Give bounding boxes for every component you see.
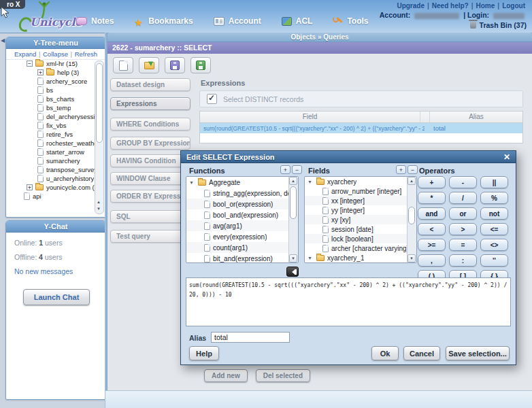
header-link-need-help[interactable]: Need help? (432, 2, 469, 10)
fields-scrollbar-thumb[interactable] (408, 207, 415, 224)
operator-button-[interactable]: , (418, 254, 446, 267)
function-item-bool-or-expression[interactable]: bool_or(expression) (186, 199, 298, 209)
tab-dataset-design[interactable]: Dataset design (110, 78, 190, 91)
toggle-plus-icon[interactable]: + (37, 69, 44, 75)
tree-scrollbar[interactable]: ▲ ▼ (95, 61, 104, 214)
operator-button-[interactable]: + (418, 176, 446, 188)
operator-button-and[interactable]: and (418, 207, 446, 220)
tree-scroll-up-icon[interactable]: ▲ (96, 199, 101, 205)
operator-button-[interactable]: '' (480, 254, 508, 267)
save-as-button[interactable] (190, 57, 211, 73)
launch-chat-button[interactable]: Launch Chat (23, 289, 90, 305)
tab-group-by-expressions[interactable]: GROUP BY Expressions (110, 137, 190, 150)
tree-item-bs[interactable]: bs (6, 86, 95, 95)
functions-expand-button[interactable]: + (280, 165, 290, 174)
function-item-bit-and-expression[interactable]: bit_and(expression) (186, 253, 298, 263)
field-item-session-date[interactable]: session [date] (305, 224, 416, 234)
ok-button[interactable]: Ok (371, 346, 399, 360)
dialog-title-bar[interactable]: Edit SELECT Expression ✕ (181, 151, 516, 163)
operator-button-[interactable]: <= (480, 223, 508, 235)
tab-sql[interactable]: SQL (110, 210, 190, 223)
field-item-arrow-number-integer[interactable]: arrow_number [integer] (305, 186, 416, 196)
field-item-yy-integer[interactable]: yy [integer] (305, 205, 416, 215)
operator-button-[interactable]: = (449, 239, 477, 251)
field-item-lock-boolean[interactable]: lock [boolean] (305, 234, 416, 243)
operator-button-[interactable]: < (418, 223, 446, 235)
distinct-checkbox[interactable] (207, 94, 217, 104)
field-folder[interactable]: ▼xyarchery (305, 177, 416, 186)
operator-button-[interactable]: <> (480, 239, 508, 251)
function-item-every-expression[interactable]: every(expression) (186, 231, 298, 242)
function-item-count-arg1[interactable]: count(arg1) (186, 242, 298, 253)
backspace-icon[interactable] (286, 267, 299, 277)
sidebar-collapse-icon[interactable]: ◀ (1, 37, 5, 44)
new-button[interactable] (113, 57, 133, 73)
save-selection-button[interactable]: Save selection... (446, 346, 510, 360)
alias-input[interactable] (211, 332, 290, 343)
tree-item-younicycle-com-4[interactable]: +younicycle.com (4) (6, 183, 95, 192)
tree-item-rochester-weather[interactable]: rochester_weather (6, 139, 95, 148)
toggle-minus-icon[interactable]: − (27, 61, 33, 67)
fields-collapse-button[interactable]: − (408, 165, 418, 174)
operator-button-[interactable]: - (449, 176, 477, 188)
operator-button-or[interactable]: or (449, 207, 477, 220)
tree-item-help-3[interactable]: +help (3) (6, 68, 95, 77)
header-link-home[interactable]: Home (476, 2, 495, 10)
add-new-button[interactable]: Add new (204, 369, 248, 382)
tab-order-by-expressions[interactable]: ORDER BY Expressions (110, 190, 190, 203)
field-item-xx-integer[interactable]: xx [integer] (305, 196, 416, 205)
function-item-string-agg-expression-delimiter[interactable]: string_agg(expression, delimiter) (186, 188, 298, 199)
tree-item-sumarchery[interactable]: sumarchery (6, 156, 95, 165)
expression-textarea[interactable]: sum(round(GREATEST(10.5 - sqrt((("xyarch… (186, 277, 511, 326)
operator-button-[interactable]: % (480, 192, 508, 204)
scroll-up-icon[interactable]: ▲ (289, 177, 297, 185)
operator-button-[interactable]: || (480, 176, 508, 188)
operator-button-[interactable]: : (449, 254, 477, 267)
tree-item-retire-fvs[interactable]: retire_fvs (6, 130, 95, 139)
function-item-avg-arg1[interactable]: avg(arg1) (186, 220, 298, 231)
tab-window-clause[interactable]: WINDOW Clause (110, 172, 190, 185)
open-button[interactable] (139, 57, 159, 73)
tree-action-refresh[interactable]: Refresh (75, 50, 97, 58)
nav-tools[interactable]: Tools (333, 16, 368, 26)
nav-acl[interactable]: ACL (282, 16, 313, 26)
tree-scroll-down-icon[interactable]: ▼ (96, 206, 101, 212)
trash-bin-link[interactable]: Trash Bin (37) (380, 21, 527, 29)
nav-bookmarks[interactable]: Bookmarks (134, 16, 193, 26)
scroll-down-icon[interactable]: ▼ (408, 254, 416, 262)
scroll-down-icon[interactable]: ▼ (289, 254, 297, 262)
tab-where-conditions[interactable]: WHERE Conditions (110, 118, 190, 131)
scroll-up-icon[interactable]: ▲ (408, 177, 416, 185)
operator-button-[interactable]: * (418, 192, 446, 204)
tree-action-collapse[interactable]: Collapse (43, 50, 68, 58)
tree-item-xml-hr-15[interactable]: −xml-hr (15) (6, 59, 95, 68)
tree-item-u-archeryhistory[interactable]: u_archeryhistory (6, 174, 95, 183)
operator-button-[interactable]: > (449, 223, 477, 235)
tree-item-fix-vbs[interactable]: fix_vbs (6, 121, 95, 130)
field-item-xy-xy[interactable]: xy [xy] (305, 215, 416, 224)
cancel-button[interactable]: Cancel (403, 346, 440, 360)
toggle-plus-icon[interactable]: + (27, 184, 33, 190)
functions-scrollbar[interactable]: ▲ ▼ (288, 177, 298, 262)
tree-item-bs-temp[interactable]: bs_temp (6, 103, 95, 112)
operator-button-[interactable]: / (449, 192, 477, 204)
tree-scrollbar-thumb[interactable] (96, 63, 103, 143)
tree-item-starter-arrow[interactable]: starter_arrow (6, 148, 95, 156)
header-link-upgrade[interactable]: Upgrade (397, 2, 425, 10)
function-item-bool-and-expression[interactable]: bool_and(expression) (186, 209, 298, 220)
close-icon[interactable]: ✕ (503, 152, 516, 162)
save-button[interactable] (165, 57, 185, 73)
nav-account[interactable]: Account (214, 16, 261, 26)
fields-expand-button[interactable]: + (396, 165, 406, 174)
table-row[interactable]: sum(round(GREATEST(10.5 - sqrt((("xyarch… (200, 123, 522, 133)
function-folder[interactable]: ▼Aggregate (186, 177, 298, 188)
nav-notes[interactable]: Notes (76, 16, 114, 26)
tree-item-archery-score[interactable]: archery_score (6, 77, 95, 86)
tree-item-bs-charts[interactable]: bs_charts (6, 95, 95, 103)
tree-item-transpose-survey[interactable]: transpose_survey (6, 165, 95, 174)
del-selected-button[interactable]: Del selected (256, 369, 310, 382)
tab-having-condition[interactable]: HAVING Condition (110, 154, 190, 167)
fields-scrollbar[interactable]: ▲ ▼ (407, 177, 416, 262)
field-folder-2[interactable]: ▼xyarchery_1 (305, 253, 416, 262)
operator-button-[interactable]: >= (418, 239, 446, 251)
